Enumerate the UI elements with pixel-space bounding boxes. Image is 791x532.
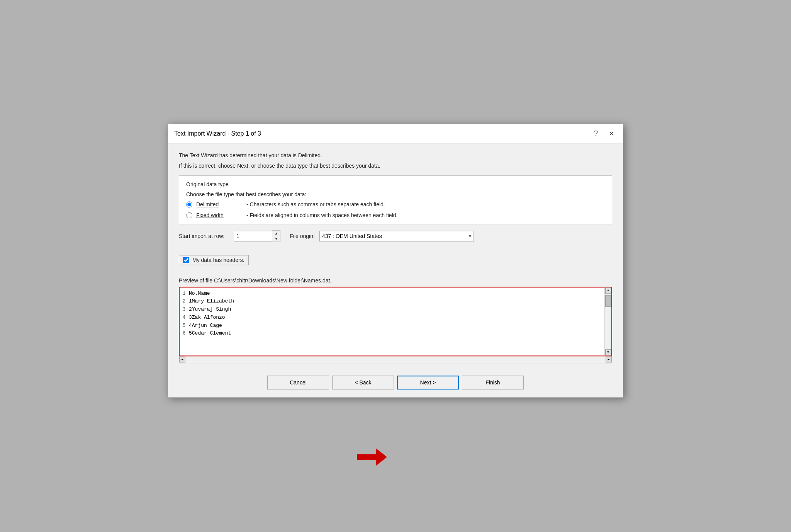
- preview-line-4: 4 3Zak Alfonzo: [183, 314, 601, 322]
- delimited-radio[interactable]: [186, 201, 192, 207]
- section-heading: Original data type: [186, 181, 605, 187]
- text-import-wizard-dialog: Text Import Wizard - Step 1 of 3 ? ✕ The…: [168, 124, 623, 398]
- preview-section: Preview of file C:\Users\chitr\Downloads…: [179, 277, 612, 363]
- dialog-body: The Text Wizard has determined that your…: [168, 144, 623, 369]
- delimited-desc: - Characters such as commas or tabs sepa…: [246, 201, 385, 207]
- preview-outer: 1 No.Name 2 1Mary Elizabeth 3 2Yuvaraj S…: [179, 287, 612, 363]
- start-row-label: Start import at row:: [179, 233, 224, 239]
- spin-down-button[interactable]: ▼: [272, 236, 280, 241]
- headers-checkbox-text: My data has headers.: [192, 257, 244, 263]
- preview-line-num-6: 6: [183, 330, 188, 338]
- headers-checkbox-label[interactable]: My data has headers.: [179, 255, 249, 265]
- preview-line-text-4: 3Zak Alfonzo: [189, 314, 225, 322]
- preview-content: 1 No.Name 2 1Mary Elizabeth 3 2Yuvaraj S…: [180, 287, 604, 355]
- arrow-indicator-2: [357, 449, 387, 466]
- preview-line-5: 5 4Arjun Cage: [183, 322, 601, 330]
- preview-vertical-scrollbar[interactable]: ▲ ▼: [604, 287, 611, 355]
- arrow-head-2: [376, 449, 387, 466]
- preview-line-6: 6 5Cedar Clement: [183, 330, 601, 338]
- preview-line-num-2: 2: [183, 298, 188, 306]
- file-origin-select[interactable]: 437 : OEM United States: [319, 231, 474, 241]
- scroll-thumb-v[interactable]: [605, 295, 611, 307]
- dialog-footer: Cancel < Back Next > Finish: [168, 369, 623, 397]
- preview-line-1: 1 No.Name: [183, 290, 601, 298]
- preview-horizontal-scrollbar[interactable]: ◄ ►: [179, 356, 612, 363]
- scroll-left-button[interactable]: ◄: [179, 356, 185, 362]
- preview-line-text-2: 1Mary Elizabeth: [189, 298, 234, 306]
- finish-button[interactable]: Finish: [462, 376, 524, 389]
- titlebar-controls: ? ✕: [592, 129, 617, 139]
- preview-line-3: 3 2Yuvaraj Singh: [183, 306, 601, 314]
- arrow-shaft-2: [357, 454, 376, 460]
- headers-checkbox-wrapper: My data has headers.: [179, 248, 612, 271]
- scroll-right-button[interactable]: ►: [606, 356, 612, 362]
- fixed-width-radio[interactable]: [186, 212, 192, 218]
- help-button[interactable]: ?: [592, 129, 600, 138]
- fixed-width-radio-row: Fixed width - Fields are aligned in colu…: [186, 212, 605, 218]
- preview-line-num-1: 1: [183, 290, 188, 297]
- fixed-width-label[interactable]: Fixed width: [196, 212, 239, 218]
- file-origin-group: File origin: 437 : OEM United States ▼: [290, 231, 474, 241]
- dialog-titlebar: Text Import Wizard - Step 1 of 3 ? ✕: [168, 124, 623, 144]
- preview-line-num-3: 3: [183, 306, 188, 313]
- delimited-label[interactable]: Delimited: [196, 201, 239, 207]
- start-row-input-group: ▲ ▼: [234, 230, 280, 242]
- scroll-down-button[interactable]: ▼: [605, 349, 611, 355]
- scroll-up-button[interactable]: ▲: [605, 287, 611, 294]
- file-type-label: Choose the file type that best describes…: [186, 191, 605, 197]
- preview-line-num-4: 4: [183, 314, 188, 321]
- preview-line-text-5: 4Arjun Cage: [189, 322, 222, 330]
- preview-label: Preview of file C:\Users\chitr\Downloads…: [179, 277, 612, 284]
- start-row-spinner: ▲ ▼: [272, 230, 280, 242]
- fixed-width-desc: - Fields are aligned in columns with spa…: [246, 212, 397, 218]
- start-row-input[interactable]: [234, 231, 272, 241]
- delimited-radio-row: Delimited - Characters such as commas or…: [186, 201, 605, 207]
- cancel-button[interactable]: Cancel: [267, 376, 329, 389]
- dialog-title: Text Import Wizard - Step 1 of 3: [174, 130, 261, 137]
- row-settings: Start import at row: ▲ ▼ File origin: 43…: [179, 230, 612, 242]
- preview-area: 1 No.Name 2 1Mary Elizabeth 3 2Yuvaraj S…: [179, 287, 612, 356]
- preview-line-text-1: No.Name: [189, 290, 210, 298]
- preview-line-text-6: 5Cedar Clement: [189, 330, 231, 338]
- headers-checkbox[interactable]: [183, 257, 189, 263]
- description-line-2: If this is correct, choose Next, or choo…: [179, 162, 612, 170]
- next-button[interactable]: Next >: [397, 376, 459, 389]
- back-button[interactable]: < Back: [332, 376, 394, 389]
- data-type-section: Original data type Choose the file type …: [179, 175, 612, 224]
- spin-up-button[interactable]: ▲: [272, 231, 280, 236]
- preview-line-2: 2 1Mary Elizabeth: [183, 298, 601, 306]
- description-line-1: The Text Wizard has determined that your…: [179, 151, 612, 160]
- file-origin-label: File origin:: [290, 233, 315, 239]
- file-origin-select-wrapper: 437 : OEM United States ▼: [319, 231, 474, 241]
- data-type-radio-group: Delimited - Characters such as commas or…: [186, 201, 605, 218]
- close-button[interactable]: ✕: [606, 129, 617, 139]
- preview-line-text-3: 2Yuvaraj Singh: [189, 306, 231, 314]
- preview-line-num-5: 5: [183, 322, 188, 330]
